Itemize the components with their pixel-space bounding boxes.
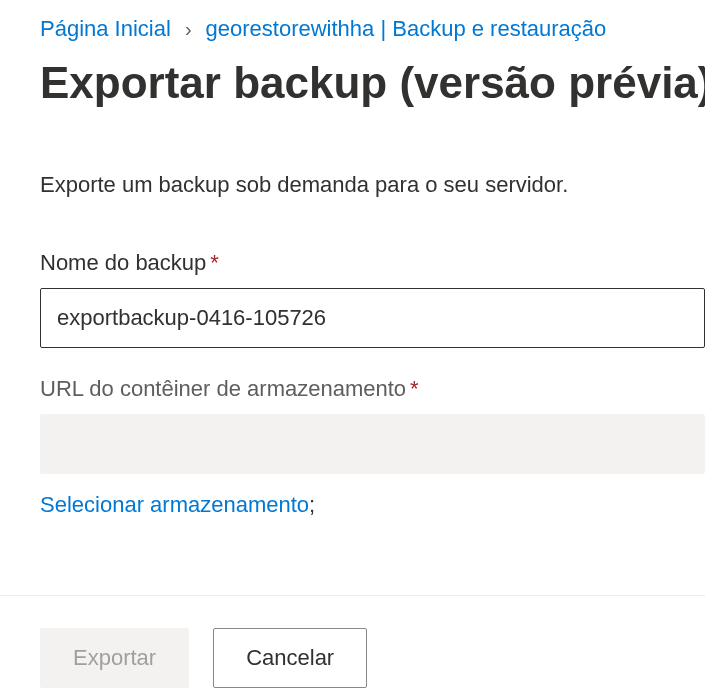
cancel-button[interactable]: Cancelar bbox=[213, 628, 367, 688]
backup-name-label: Nome do backup* bbox=[40, 250, 705, 276]
required-indicator: * bbox=[410, 376, 419, 401]
storage-url-label: URL do contêiner de armazenamento* bbox=[40, 376, 705, 402]
required-indicator: * bbox=[210, 250, 219, 275]
breadcrumb-home-link[interactable]: Página Inicial bbox=[40, 16, 171, 42]
export-button[interactable]: Exportar bbox=[40, 628, 189, 688]
storage-url-input bbox=[40, 414, 705, 474]
select-storage-link[interactable]: Selecionar armazenamento bbox=[40, 492, 309, 517]
chevron-right-icon: › bbox=[185, 18, 192, 41]
select-storage-suffix: ; bbox=[309, 492, 315, 517]
select-storage-row: Selecionar armazenamento; bbox=[40, 492, 705, 518]
breadcrumb-current-link[interactable]: georestorewithha | Backup e restauração bbox=[206, 16, 607, 42]
page-title: Exportar backup (versão prévia) bbox=[40, 58, 705, 108]
footer-actions: Exportar Cancelar bbox=[0, 595, 705, 688]
backup-name-field: Nome do backup* bbox=[40, 250, 705, 348]
page-description: Exporte um backup sob demanda para o seu… bbox=[40, 172, 705, 198]
backup-name-input[interactable] bbox=[40, 288, 705, 348]
breadcrumb: Página Inicial › georestorewithha | Back… bbox=[40, 16, 705, 42]
storage-url-field: URL do contêiner de armazenamento* bbox=[40, 376, 705, 474]
